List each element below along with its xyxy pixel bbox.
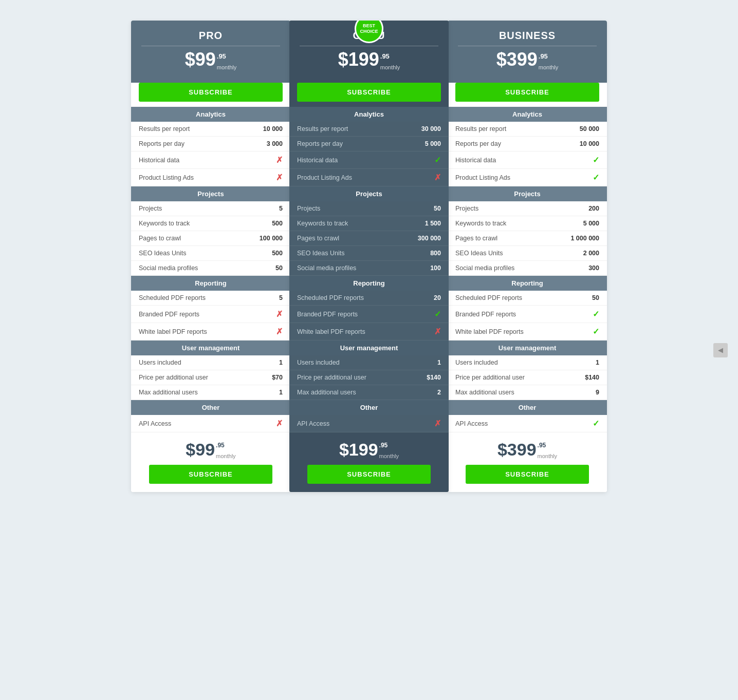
feature-row: Users included1 xyxy=(131,355,290,370)
feature-label: API Access xyxy=(139,420,171,427)
feature-value: 300 000 xyxy=(418,235,441,242)
feature-row: API Access✗ xyxy=(131,415,290,432)
feature-value: 2 000 xyxy=(583,250,599,257)
feature-label: Users included xyxy=(297,359,340,366)
plan-card-pro: PRO $99 .95 monthly SUBSCRIBEAnalyticsRe… xyxy=(131,21,290,492)
feature-row: Results per report30 000 xyxy=(289,122,449,137)
footer-price: $99 .95 monthly xyxy=(141,440,280,460)
feature-row: White label PDF reports✗ xyxy=(289,323,449,340)
feature-label: Pages to crawl xyxy=(297,235,339,242)
feature-label: Historical data xyxy=(455,157,496,164)
feature-value: 1 000 000 xyxy=(570,235,599,242)
feature-label: Branded PDF reports xyxy=(139,311,199,318)
feature-row: Price per additional user$70 xyxy=(131,370,290,385)
price-period: monthly xyxy=(380,64,400,70)
footer-price-period: monthly xyxy=(379,453,399,459)
price-main: $199 xyxy=(338,50,379,69)
feature-label: Historical data xyxy=(139,157,179,164)
plan-header-divider xyxy=(141,46,280,46)
feature-value: ✗ xyxy=(276,327,283,336)
plan-card-business: BUSINESS $399 .95 monthly SUBSCRIBEAnaly… xyxy=(448,21,607,492)
feature-row: Historical data✓ xyxy=(448,152,607,169)
plan-header-business: BUSINESS $399 .95 monthly xyxy=(448,21,607,83)
feature-row: Results per report10 000 xyxy=(131,122,290,137)
feature-row: Pages to crawl100 000 xyxy=(131,231,290,246)
feature-row: API Access✓ xyxy=(448,415,607,432)
section-header-guru-0: Analytics xyxy=(289,107,449,122)
feature-row: Scheduled PDF reports50 xyxy=(448,291,607,306)
feature-value: ✗ xyxy=(434,419,441,428)
feature-label: Price per additional user xyxy=(297,374,366,381)
feature-row: Max additional users9 xyxy=(448,385,607,400)
section-header-pro-1: Projects xyxy=(131,186,290,201)
price-main: $399 xyxy=(496,50,538,69)
feature-value: 800 xyxy=(430,250,441,257)
feature-label: Social media profiles xyxy=(297,264,356,272)
subscribe-button-bottom[interactable]: SUBSCRIBE xyxy=(466,465,589,484)
feature-value: 500 xyxy=(272,250,283,257)
feature-row: Historical data✗ xyxy=(131,152,290,169)
feature-row: Projects200 xyxy=(448,201,607,216)
feature-row: SEO Ideas Units2 000 xyxy=(448,246,607,261)
feature-label: Historical data xyxy=(297,157,338,164)
feature-label: White label PDF reports xyxy=(455,328,524,335)
feature-label: Branded PDF reports xyxy=(455,311,516,318)
feature-value: 200 xyxy=(588,205,599,212)
section-header-business-4: Other xyxy=(448,400,607,415)
feature-value: 1 500 xyxy=(425,220,441,227)
feature-label: Projects xyxy=(455,205,478,212)
feature-value: 1 xyxy=(279,389,283,396)
feature-row: Price per additional user$140 xyxy=(448,370,607,385)
feature-row: Social media profiles100 xyxy=(289,261,449,276)
feature-row: Product Listing Ads✓ xyxy=(448,169,607,186)
subscribe-button-bottom[interactable]: SUBSCRIBE xyxy=(307,465,431,484)
feature-value: 50 xyxy=(434,205,441,212)
feature-row: Branded PDF reports✗ xyxy=(131,306,290,323)
footer-price-cents: .95 xyxy=(538,442,546,449)
feature-value: 30 000 xyxy=(421,125,441,133)
feature-value: 50 000 xyxy=(580,125,599,133)
feature-label: Reports per day xyxy=(139,140,184,147)
feature-row: Reports per day3 000 xyxy=(131,137,290,152)
feature-row: Keywords to track5 000 xyxy=(448,216,607,231)
plan-footer-business: $399 .95 monthly SUBSCRIBE xyxy=(448,432,607,492)
feature-label: Pages to crawl xyxy=(455,235,497,242)
subscribe-button-top[interactable]: SUBSCRIBE xyxy=(455,83,599,102)
feature-value: ✗ xyxy=(434,327,441,336)
feature-row: Users included1 xyxy=(448,355,607,370)
feature-value: 1 xyxy=(437,359,441,366)
feature-row: Scheduled PDF reports5 xyxy=(131,291,290,306)
subscribe-button-top[interactable]: SUBSCRIBE xyxy=(297,83,441,102)
price-cents: .95 xyxy=(539,52,548,60)
footer-price-main: $399 xyxy=(497,440,537,460)
footer-price-cents: .95 xyxy=(379,442,388,449)
feature-label: Results per report xyxy=(297,125,348,133)
feature-label: SEO Ideas Units xyxy=(455,250,503,257)
feature-value: 300 xyxy=(588,264,599,272)
feature-value: $140 xyxy=(427,374,441,381)
footer-price-main: $99 xyxy=(186,440,215,460)
price-cents: .95 xyxy=(380,52,390,60)
feature-value: 50 xyxy=(275,264,283,272)
feature-value: ✓ xyxy=(593,173,599,182)
plan-name: BUSINESS xyxy=(458,30,597,42)
feature-row: Pages to crawl300 000 xyxy=(289,231,449,246)
feature-value: 50 xyxy=(592,294,599,301)
feature-label: Price per additional user xyxy=(139,374,208,381)
feature-row: Keywords to track500 xyxy=(131,216,290,231)
subscribe-button-bottom[interactable]: SUBSCRIBE xyxy=(149,465,272,484)
subscribe-button-top[interactable]: SUBSCRIBE xyxy=(139,83,283,102)
feature-row: Projects5 xyxy=(131,201,290,216)
feature-row: Reports per day5 000 xyxy=(289,137,449,152)
plan-footer-guru: $199 .95 monthly SUBSCRIBE xyxy=(289,432,449,492)
feature-label: Results per report xyxy=(455,125,506,133)
feature-row: Historical data✓ xyxy=(289,152,449,169)
feature-label: Reports per day xyxy=(297,140,343,147)
feature-value: ✓ xyxy=(593,309,599,319)
feature-label: White label PDF reports xyxy=(139,328,207,335)
feature-row: Pages to crawl1 000 000 xyxy=(448,231,607,246)
scroll-button[interactable]: ◀ xyxy=(713,343,728,357)
feature-row: Keywords to track1 500 xyxy=(289,216,449,231)
feature-label: Projects xyxy=(297,205,320,212)
plan-header-pro: PRO $99 .95 monthly xyxy=(131,21,290,83)
